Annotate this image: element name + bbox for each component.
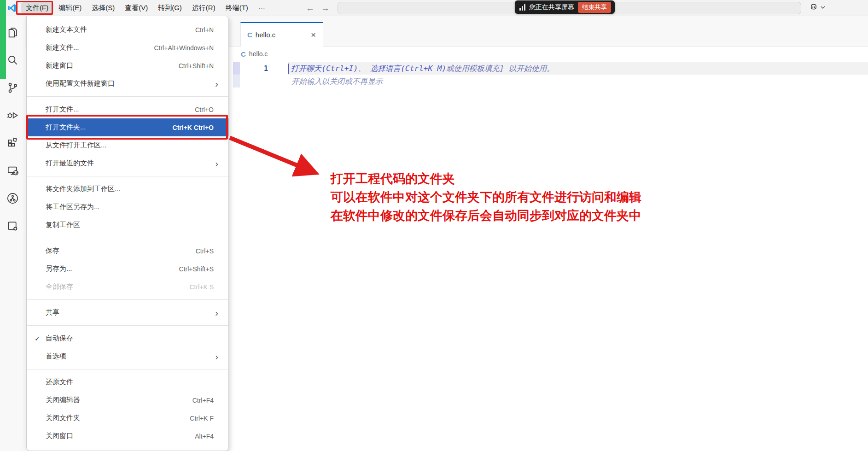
chevron-right-icon: › [215,308,219,317]
tab-hello-c[interactable]: C hello.c × [240,22,323,47]
menu-item-preferences[interactable]: 首选项› [27,347,228,365]
menu-item-close-window[interactable]: 关闭窗口Alt+F4 [27,427,228,445]
file-menu-dropdown: 新建文本文件Ctrl+N新建文件...Ctrl+Alt+Windows+N新建窗… [26,16,229,451]
menu-item-label: 共享 [46,308,59,317]
menu-separator [27,238,228,238]
menu-item-open-file[interactable]: 打开文件...Ctrl+O [27,100,228,118]
run-debug-icon[interactable] [0,101,25,129]
menu-item-close-folder[interactable]: 关闭文件夹Ctrl+K F [27,409,228,427]
menubar-item-selection[interactable]: 选择(S) [87,2,120,14]
menu-item-shortcut: Ctrl+K F [190,415,219,422]
tab-label: hello.c [256,31,305,39]
annotation-line: 打开工程代码的文件夹 [331,170,641,188]
menu-item-open-folder[interactable]: 打开文件夹...Ctrl+K Ctrl+O [27,118,228,136]
chevron-right-icon: › [215,352,219,361]
settings-box-icon[interactable] [0,212,25,240]
menu-item-revert-file[interactable]: 还原文件 [27,373,228,391]
menu-item-close-editor[interactable]: 关闭编辑器Ctrl+F4 [27,391,228,409]
menu-separator [27,299,228,300]
screen-share-banner: 您正在共享屏幕 结束共享 [515,0,615,14]
menubar-item-go[interactable]: 转到(G) [153,2,187,14]
menu-item-shortcut: Alt+F4 [195,433,219,440]
menu-item-open-workspace-from-file[interactable]: 从文件打开工作区... [27,136,228,154]
annotation-line: 可以在软件中对这个文件夹下的所有文件进行访问和编辑 [331,188,641,206]
nav-forward-icon[interactable]: → [321,3,330,13]
menu-item-save-workspace-as[interactable]: 将工作区另存为... [27,198,228,216]
share-circle-icon[interactable] [0,184,25,212]
menu-separator [27,369,228,369]
menu-item-add-folder-to-workspace[interactable]: 将文件夹添加到工作区... [27,180,228,198]
menu-item-open-recent[interactable]: 打开最近的文件› [27,154,228,172]
menu-item-label: 全部保存 [46,282,73,291]
menu-item-label: 将文件夹添加到工作区... [46,185,121,193]
menu-item-new-window-with-profile[interactable]: 使用配置文件新建窗口› [27,75,228,93]
text-caret [288,64,289,74]
menubar-item-file[interactable]: 文件(F) [21,2,53,14]
title-bar: 文件(F)编辑(E)选择(S)查看(V)转到(G)运行(R)终端(T)··· ←… [0,0,868,16]
menu-item-duplicate-workspace[interactable]: 复制工作区 [27,216,228,234]
menu-item-label: 新建窗口 [46,61,73,70]
menu-item-label: 打开最近的文件 [46,159,94,168]
menu-item-shortcut: Ctrl+K Ctrl+O [173,124,219,131]
activity-bar [0,16,25,451]
menu-item-new-window[interactable]: 新建窗口Ctrl+Shift+N [27,57,228,75]
menu-item-save[interactable]: 保存Ctrl+S [27,242,228,260]
c-file-icon: C [247,31,252,39]
ghost-segment: 或使用模板填充] [446,64,508,74]
menu-item-label: 关闭编辑器 [46,396,80,404]
menu-item-auto-save[interactable]: ✓自动保存 [27,329,228,347]
share-status-text: 您正在共享屏幕 [529,3,574,12]
menu-item-label: 打开文件夹... [46,123,86,132]
menu-item-label: 复制工作区 [46,221,80,229]
menu-separator [27,96,228,97]
vscode-logo-icon [7,3,17,13]
menu-item-label: 新建文本文件 [46,25,87,34]
extensions-icon[interactable] [0,129,25,157]
ghost-hint-text-2: 开始输入以关闭或不再显示 [288,76,383,87]
menu-item-label: 关闭文件夹 [46,414,80,422]
menu-item-shortcut: Ctrl+F4 [192,397,219,404]
chevron-right-icon: › [215,159,219,168]
menu-item-shortcut: Ctrl+Shift+S [179,265,219,273]
menu-item-label: 另存为... [46,264,72,273]
nav-back-icon[interactable]: ← [306,3,315,13]
copilot-icon[interactable] [809,2,819,14]
remote-explorer-icon[interactable] [0,157,25,184]
annotation-line: 在软件中修改的文件保存后会自动同步到对应的文件夹中 [331,206,641,225]
menu-item-share[interactable]: 共享› [27,304,228,322]
menu-item-label: 关闭窗口 [46,432,73,440]
menu-separator [27,325,228,326]
menu-bar: 文件(F)编辑(E)选择(S)查看(V)转到(G)运行(R)终端(T)··· [21,2,270,14]
ghost-segment[interactable]: 选择语言(Ctrl+K M) [370,64,446,74]
menu-item-label: 新建文件... [46,43,79,52]
menu-item-new-text-file[interactable]: 新建文本文件Ctrl+N [27,21,228,39]
menu-item-label: 打开文件... [46,105,79,114]
menu-item-save-as[interactable]: 另存为...Ctrl+Shift+S [27,260,228,278]
ghost-segment[interactable]: 打开聊天(Ctrl+I) [291,64,358,74]
line-number: 1 [258,64,268,73]
menubar-item-edit[interactable]: 编辑(E) [53,2,87,14]
menubar-item-run[interactable]: 运行(R) [187,2,221,14]
menu-item-label: 首选项 [46,352,66,361]
menu-item-label: 自动保存 [46,334,73,343]
annotation-text: 打开工程代码的文件夹可以在软件中对这个文件夹下的所有文件进行访问和编辑在软件中修… [331,170,641,225]
menu-item-label: 还原文件 [46,378,73,387]
menubar-item-view[interactable]: 查看(V) [120,2,153,14]
close-icon[interactable]: × [309,29,318,40]
menu-item-label: 从文件打开工作区... [46,141,107,150]
signal-bars-icon [519,4,525,11]
chevron-right-icon: › [215,79,219,88]
ghost-hint-text: 打开聊天(Ctrl+I)、 选择语言(Ctrl+K M)或使用模板填充] 以开始… [288,64,554,74]
ghost-segment: 、 [358,64,370,74]
menu-item-shortcut: Ctrl+Shift+N [179,62,219,70]
chevron-down-icon[interactable] [820,4,826,12]
stop-sharing-button[interactable]: 结束共享 [578,2,611,13]
menubar-item-terminal[interactable]: 终端(T) [221,2,253,14]
menu-item-save-all: 全部保存Ctrl+K S [27,278,228,296]
menu-item-label: 使用配置文件新建窗口 [46,79,115,88]
menu-item-shortcut: Ctrl+O [195,106,219,113]
menu-item-shortcut: Ctrl+S [196,247,219,255]
menubar-item-more[interactable]: ··· [253,3,270,13]
checkmark-icon: ✓ [35,334,41,343]
menu-item-new-file[interactable]: 新建文件...Ctrl+Alt+Windows+N [27,39,228,57]
